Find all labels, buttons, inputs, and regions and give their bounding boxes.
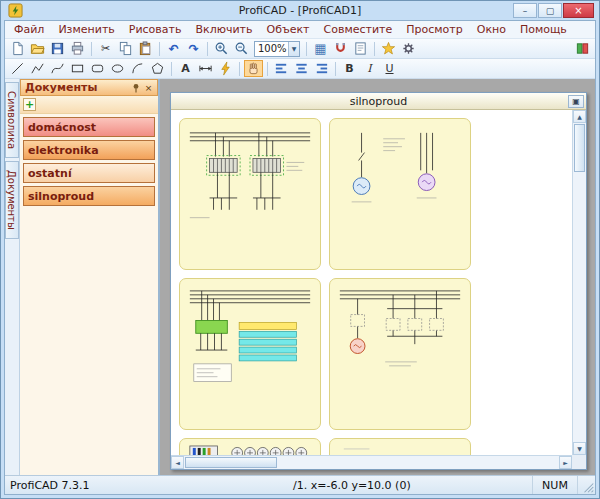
schematic-page-2 — [329, 118, 471, 270]
polyline-tool-button[interactable] — [28, 60, 47, 77]
app-window: ProfiCAD - [ProfiCAD1] – ▢ × Файл Измени… — [0, 0, 600, 499]
pin-icon[interactable] — [129, 81, 142, 94]
underline-button[interactable]: U — [380, 60, 399, 77]
zoom-select[interactable]: 100% ▼ — [254, 41, 300, 57]
line-tool-button[interactable] — [8, 60, 27, 77]
scroll-down-icon[interactable]: ▼ — [573, 442, 586, 455]
schematic-drawing-4 — [330, 279, 470, 429]
sidebar-tabstrip: Символика Документы — [5, 79, 20, 475]
paste-icon — [138, 41, 153, 56]
align-left-button[interactable] — [272, 60, 291, 77]
document-item-elektronika[interactable]: elektronika — [23, 140, 155, 160]
ellipse-icon — [110, 61, 125, 76]
horizontal-scroll-thumb[interactable] — [185, 457, 277, 468]
menu-insert[interactable]: Включить — [188, 21, 259, 38]
menu-align[interactable]: Совместите — [317, 21, 400, 38]
schematic-page-5 — [179, 438, 321, 455]
page-setup-button[interactable] — [351, 40, 370, 57]
zoom-out-button[interactable] — [232, 40, 251, 57]
schematic-drawing-6 — [330, 439, 470, 455]
vertical-scroll-track[interactable] — [573, 173, 586, 442]
document-item-domacnost[interactable]: domácnost — [23, 117, 155, 137]
documents-panel: Документы × + domácnost elektronika osta… — [20, 79, 160, 475]
menu-window[interactable]: Окно — [470, 21, 513, 38]
new-document-button[interactable] — [8, 40, 27, 57]
symbols-library-button[interactable] — [379, 40, 398, 57]
add-document-button[interactable]: + — [23, 98, 36, 111]
grid-toggle-button[interactable]: ▦ — [311, 40, 330, 57]
toolbar-separator — [207, 42, 208, 56]
document-window-button[interactable]: ▣ — [568, 95, 584, 108]
menu-view[interactable]: Просмотр — [399, 21, 469, 38]
pan-tool-button[interactable] — [244, 60, 263, 77]
drawing-canvas[interactable] — [171, 110, 572, 455]
redo-button[interactable]: ↷ — [184, 40, 203, 57]
toolbar-separator — [335, 62, 336, 76]
document-item-silnoproud[interactable]: silnoproud — [23, 186, 155, 206]
horizontal-scroll-track[interactable] — [278, 456, 559, 469]
status-coordinates: /1. x=-6.0 y=10.0 (0) — [293, 479, 468, 492]
schematic-drawing-1 — [180, 119, 320, 269]
snap-toggle-button[interactable] — [331, 40, 350, 57]
vertical-scrollbar[interactable]: ▲ ▼ — [572, 110, 586, 455]
polygon-tool-button[interactable] — [148, 60, 167, 77]
bold-button[interactable]: B — [340, 60, 359, 77]
symbol-tool-button[interactable] — [216, 60, 235, 77]
document-window-titlebar[interactable]: silnoproud ▣ — [171, 93, 586, 110]
curve-tool-button[interactable] — [48, 60, 67, 77]
gear-icon — [401, 41, 416, 56]
undo-button[interactable]: ↶ — [164, 40, 183, 57]
maximize-button[interactable]: ▢ — [538, 3, 562, 18]
schematic-drawing-3 — [180, 279, 320, 429]
app-icon — [8, 3, 23, 18]
zoom-in-button[interactable] — [212, 40, 231, 57]
sidebar-tab-symbols[interactable]: Символика — [5, 82, 19, 158]
documents-panel-header: Документы × — [20, 79, 158, 96]
cut-button[interactable]: ✂ — [96, 40, 115, 57]
rectangle-tool-button[interactable] — [68, 60, 87, 77]
document-window: silnoproud ▣ — [170, 92, 587, 470]
scroll-left-icon[interactable]: ◄ — [171, 456, 184, 469]
horizontal-scrollbar[interactable]: ◄ ► — [171, 455, 572, 469]
minimize-button[interactable]: – — [513, 3, 537, 18]
documents-panel-body — [20, 206, 158, 475]
menu-object[interactable]: Объект — [259, 21, 316, 38]
menu-edit[interactable]: Изменить — [51, 21, 121, 38]
arc-tool-button[interactable] — [128, 60, 147, 77]
align-center-icon — [294, 61, 309, 76]
document-item-label: ostatní — [28, 167, 72, 180]
settings-button[interactable] — [399, 40, 418, 57]
text-tool-button[interactable]: A — [176, 60, 195, 77]
open-button[interactable] — [28, 40, 47, 57]
save-icon — [50, 41, 65, 56]
sidebar-tab-documents[interactable]: Документы — [5, 161, 19, 239]
menu-file[interactable]: Файл — [7, 21, 51, 38]
scroll-up-icon[interactable]: ▲ — [573, 110, 586, 123]
resize-grip[interactable] — [578, 476, 595, 494]
vertical-scroll-thumb[interactable] — [574, 124, 585, 172]
paste-button[interactable] — [136, 40, 155, 57]
toolbar-separator — [374, 42, 375, 56]
toolbar-separator — [171, 62, 172, 76]
close-button[interactable]: × — [563, 3, 594, 18]
scroll-right-icon[interactable]: ► — [559, 456, 572, 469]
save-button[interactable] — [48, 40, 67, 57]
ellipse-tool-button[interactable] — [108, 60, 127, 77]
italic-button[interactable]: I — [360, 60, 379, 77]
document-item-ostatni[interactable]: ostatní — [23, 163, 155, 183]
menu-draw[interactable]: Рисовать — [122, 21, 189, 38]
rounded-rectangle-tool-button[interactable] — [88, 60, 107, 77]
books-icon — [575, 41, 590, 56]
copy-button[interactable] — [116, 40, 135, 57]
dimension-tool-button[interactable] — [196, 60, 215, 77]
zoom-out-icon — [234, 41, 249, 56]
library-button[interactable] — [573, 40, 592, 57]
align-center-button[interactable] — [292, 60, 311, 77]
print-button[interactable] — [68, 40, 87, 57]
panel-close-icon[interactable]: × — [142, 81, 155, 94]
menu-help[interactable]: Помощь — [513, 21, 574, 38]
hand-icon — [246, 61, 261, 76]
text-tool-icon: A — [181, 62, 190, 75]
polygon-icon — [150, 61, 165, 76]
align-right-button[interactable] — [312, 60, 331, 77]
